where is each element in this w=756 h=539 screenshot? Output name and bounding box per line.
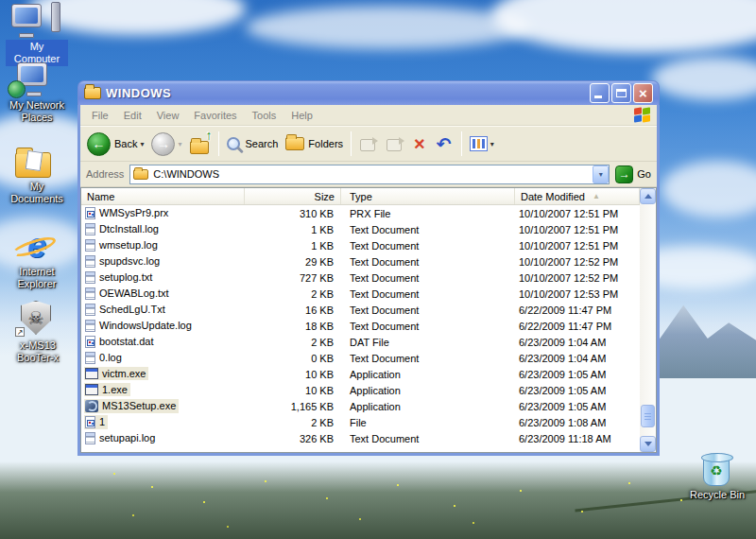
back-dropdown-arrow[interactable]: ▾ [140, 140, 144, 148]
folders-label: Folders [308, 138, 343, 149]
file-size: 2 KB [245, 288, 341, 300]
scroll-down-button[interactable] [640, 436, 656, 452]
desktop-icon-internet-explorer[interactable]: e Internet Explorer [8, 227, 66, 291]
forward-icon: → [151, 132, 175, 156]
file-row[interactable]: setupapi.log326 KBText Document6/23/2009… [81, 430, 640, 446]
close-button[interactable]: × [633, 83, 653, 103]
views-button[interactable]: ▾ [467, 134, 497, 153]
file-icon-text [85, 239, 95, 252]
menu-bar: File Edit View Favorites Tools Help [80, 105, 657, 126]
maximize-button[interactable] [611, 83, 631, 103]
undo-icon: ↶ [435, 135, 454, 153]
copy-to-button[interactable] [383, 134, 407, 153]
file-name: OEWABLog.txt [99, 287, 169, 299]
file-name: setupapi.log [99, 432, 155, 443]
file-name: wmsetup.log [99, 239, 158, 251]
toolbar-separator [351, 131, 352, 156]
desktop-icon-label: My Documents [6, 180, 68, 206]
column-header-date-modified[interactable]: Date Modified ▲ [515, 188, 640, 204]
file-row[interactable]: 12 KBFile6/23/2009 1:08 AM [81, 414, 640, 430]
file-type: Text Document [341, 272, 515, 284]
vertical-scrollbar[interactable] [640, 188, 656, 452]
move-to-button[interactable] [356, 134, 381, 153]
file-row[interactable]: WMSysPr9.prx310 KBPRX File10/10/2007 12:… [81, 205, 640, 221]
file-icon-sys [85, 416, 95, 428]
menu-view[interactable]: View [149, 110, 187, 121]
move-to-icon [359, 136, 378, 151]
title-bar[interactable]: WINDOWS × [77, 80, 660, 105]
address-dropdown-button[interactable]: ▾ [593, 165, 609, 183]
file-row[interactable]: OEWABLog.txt2 KBText Document10/10/2007 … [81, 286, 640, 302]
scroll-thumb[interactable] [641, 405, 655, 427]
file-row[interactable]: WindowsUpdate.log18 KBText Document6/22/… [81, 318, 640, 334]
file-row[interactable]: wmsetup.log1 KBText Document10/10/2007 1… [81, 237, 640, 253]
file-size: 1 KB [245, 240, 341, 252]
file-row[interactable]: bootstat.dat2 KBDAT File6/23/2009 1:04 A… [81, 334, 640, 350]
back-button[interactable]: ← Back ▾ [84, 130, 146, 158]
menu-help[interactable]: Help [284, 110, 320, 121]
up-button[interactable]: ↑ [187, 131, 214, 156]
desktop-icon-my-network-places[interactable]: My Network Places [4, 61, 70, 125]
file-icon-prx [85, 207, 95, 219]
back-icon: ← [87, 132, 111, 156]
menu-file[interactable]: File [84, 110, 116, 121]
search-button[interactable]: Search [224, 135, 282, 152]
undo-button[interactable]: ↶ [432, 133, 456, 155]
file-name: SchedLgU.Txt [99, 304, 165, 315]
file-type: Text Document [341, 256, 515, 268]
sort-ascending-icon: ▲ [593, 192, 600, 200]
menu-edit[interactable]: Edit [116, 110, 149, 121]
file-type: Application [341, 401, 515, 412]
file-type: Text Document [341, 321, 515, 332]
file-row[interactable]: MS13Setup.exe1,165 KBApplication6/23/200… [81, 398, 640, 414]
delete-button[interactable]: × [409, 132, 430, 155]
file-row[interactable]: DtcInstall.log1 KBText Document10/10/200… [81, 221, 640, 237]
file-date-modified: 6/22/2009 11:47 PM [515, 304, 640, 316]
file-icon-text [85, 223, 95, 235]
file-row[interactable]: 1.exe10 KBApplication6/23/2009 1:05 AM [81, 382, 640, 398]
desktop-icon-ms13-booter[interactable]: ☠ ↗ x-MS13 BooTer-x [8, 301, 68, 365]
menu-favorites[interactable]: Favorites [186, 110, 244, 121]
scroll-up-button[interactable] [640, 188, 656, 204]
column-header-type[interactable]: Type [341, 188, 515, 204]
views-icon [470, 136, 488, 151]
views-dropdown-arrow[interactable]: ▾ [490, 140, 494, 148]
file-name: DtcInstall.log [99, 223, 159, 235]
file-icon-text [85, 432, 95, 444]
file-row[interactable]: 0.log0 KBText Document6/23/2009 1:04 AM [81, 350, 640, 366]
go-button[interactable]: → Go [615, 165, 651, 183]
file-row[interactable]: victm.exe10 KBApplication6/23/2009 1:05 … [81, 366, 640, 382]
desktop-icon-my-documents[interactable]: My Documents [6, 142, 68, 206]
shortcut-arrow-icon: ↗ [15, 327, 25, 337]
file-size: 2 KB [245, 337, 341, 348]
minimize-button[interactable] [590, 83, 610, 103]
desktop-icon-recycle-bin[interactable]: ♻ Recycle Bin [686, 450, 748, 502]
address-input[interactable]: C:\WINDOWS ▾ [129, 165, 610, 184]
file-type: PRX File [341, 208, 515, 219]
toolbar-separator [218, 131, 219, 156]
column-header-name[interactable]: Name [81, 188, 245, 204]
folders-button[interactable]: Folders [283, 135, 346, 152]
skull-icon: ☠ [27, 309, 43, 327]
file-size: 10 KB [245, 385, 341, 396]
column-header-size[interactable]: Size [245, 188, 341, 204]
forward-button[interactable]: → ▾ [148, 130, 184, 158]
file-icon-text [85, 304, 95, 316]
windows-logo-icon [631, 106, 654, 125]
file-type: DAT File [341, 337, 515, 348]
address-value: C:\WINDOWS [153, 168, 593, 180]
file-size: 16 KB [245, 304, 341, 316]
menu-tools[interactable]: Tools [245, 110, 284, 121]
desktop-icon-label: My Network Places [4, 98, 70, 125]
file-date-modified: 6/23/2009 1:05 AM [515, 401, 640, 412]
wallpaper-flowers [113, 473, 115, 475]
file-size: 310 KB [245, 208, 341, 219]
file-size: 10 KB [245, 369, 341, 380]
file-row[interactable]: setuplog.txt727 KBText Document10/10/200… [81, 270, 640, 286]
go-icon: → [615, 165, 633, 183]
scroll-track[interactable] [640, 204, 656, 436]
desktop-icon-my-computer[interactable]: My Computer [6, 2, 68, 66]
file-row[interactable]: spupdsvc.log29 KBText Document10/10/2007… [81, 253, 640, 270]
my-documents-icon [6, 142, 68, 178]
file-row[interactable]: SchedLgU.Txt16 KBText Document6/22/2009 … [81, 302, 640, 318]
